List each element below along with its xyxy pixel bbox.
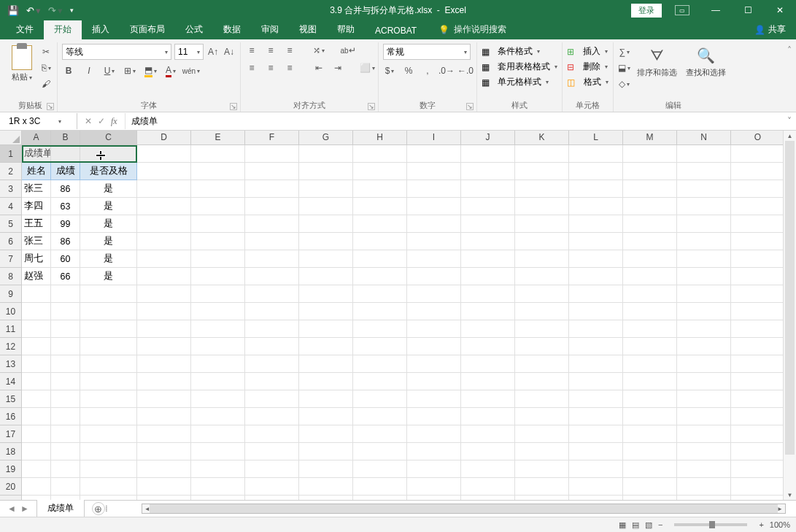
cell-O13[interactable] bbox=[731, 355, 785, 373]
cell-F11[interactable] bbox=[245, 320, 299, 338]
cell-J14[interactable] bbox=[461, 373, 515, 390]
cell-C4[interactable]: 是 bbox=[80, 198, 137, 215]
cell-O7[interactable] bbox=[731, 250, 785, 268]
cell-D12[interactable] bbox=[137, 338, 191, 355]
close-button[interactable]: ✕ bbox=[764, 0, 796, 20]
cell-M8[interactable] bbox=[623, 268, 677, 285]
dialog-launcher-icon[interactable]: ↘ bbox=[466, 103, 474, 110]
col-header-A[interactable]: A bbox=[22, 131, 51, 144]
cell-L17[interactable] bbox=[569, 425, 623, 443]
autosum-icon[interactable]: ∑▾ bbox=[618, 45, 631, 58]
cell-H1[interactable] bbox=[353, 145, 407, 163]
worksheet-grid[interactable]: A B C D E F G H I J K L M N O 1成绩单2姓名成绩是… bbox=[0, 131, 796, 500]
cell-F13[interactable] bbox=[245, 355, 299, 373]
cell-A5[interactable]: 王五 bbox=[22, 215, 51, 233]
cell-C8[interactable]: 是 bbox=[80, 268, 137, 285]
cell-G17[interactable] bbox=[299, 425, 353, 443]
cell-J18[interactable] bbox=[461, 443, 515, 460]
cell-F5[interactable] bbox=[245, 215, 299, 233]
increase-decimal-icon[interactable]: .0→ bbox=[440, 64, 453, 77]
name-box-input[interactable] bbox=[4, 116, 57, 126]
cell-N16[interactable] bbox=[677, 408, 731, 425]
bold-button[interactable]: B bbox=[62, 64, 75, 77]
cell-E6[interactable] bbox=[191, 233, 245, 250]
cell-D6[interactable] bbox=[137, 233, 191, 250]
cell-L20[interactable] bbox=[569, 478, 623, 496]
cell-F8[interactable] bbox=[245, 268, 299, 285]
cell-I20[interactable] bbox=[407, 478, 461, 496]
cell-J11[interactable] bbox=[461, 320, 515, 338]
cell-H14[interactable] bbox=[353, 373, 407, 390]
align-middle-icon[interactable]: ≡ bbox=[264, 44, 277, 57]
cell-A6[interactable]: 张三 bbox=[22, 233, 51, 250]
cell-M3[interactable] bbox=[623, 180, 677, 198]
col-header-N[interactable]: N bbox=[677, 131, 731, 144]
cell-D4[interactable] bbox=[137, 198, 191, 215]
cell-C19[interactable] bbox=[80, 460, 137, 478]
cell-J9[interactable] bbox=[461, 285, 515, 303]
cell-L12[interactable] bbox=[569, 338, 623, 355]
cell-M13[interactable] bbox=[623, 355, 677, 373]
cell-F17[interactable] bbox=[245, 425, 299, 443]
share-button[interactable]: 👤共享 bbox=[744, 20, 796, 39]
cell-D16[interactable] bbox=[137, 408, 191, 425]
tab-help[interactable]: 帮助 bbox=[327, 20, 365, 39]
delete-cells-button[interactable]: ⊟ 删除▾ bbox=[567, 61, 607, 73]
cell-B11[interactable] bbox=[51, 320, 80, 338]
cell-E20[interactable] bbox=[191, 478, 245, 496]
cell-J5[interactable] bbox=[461, 215, 515, 233]
login-button[interactable]: 登录 bbox=[631, 4, 662, 18]
cell-J2[interactable] bbox=[461, 163, 515, 180]
format-as-table-button[interactable]: ▦ 套用表格格式▾ bbox=[482, 61, 557, 73]
clear-icon[interactable]: ◇▾ bbox=[618, 77, 631, 90]
dialog-launcher-icon[interactable]: ↘ bbox=[230, 103, 237, 110]
qat-more-icon[interactable]: ▾ bbox=[70, 7, 74, 14]
cell-J12[interactable] bbox=[461, 338, 515, 355]
cell-C20[interactable] bbox=[80, 478, 137, 496]
cell-J13[interactable] bbox=[461, 355, 515, 373]
cell-H13[interactable] bbox=[353, 355, 407, 373]
cell-E7[interactable] bbox=[191, 250, 245, 268]
cell-C16[interactable] bbox=[80, 408, 137, 425]
new-sheet-button[interactable]: ⊕ bbox=[92, 502, 105, 515]
row-header[interactable]: 20 bbox=[0, 478, 22, 496]
cell-K20[interactable] bbox=[515, 478, 569, 496]
cell-H2[interactable] bbox=[353, 163, 407, 180]
sheet-tab-active[interactable]: 成绩单 bbox=[36, 500, 85, 518]
cell-K2[interactable] bbox=[515, 163, 569, 180]
cell-B3[interactable]: 86 bbox=[51, 180, 80, 198]
cell-M14[interactable] bbox=[623, 373, 677, 390]
cell-N10[interactable] bbox=[677, 303, 731, 320]
cell-H15[interactable] bbox=[353, 390, 407, 408]
conditional-formatting-button[interactable]: ▦ 条件格式▾ bbox=[482, 45, 540, 58]
zoom-slider[interactable] bbox=[674, 523, 747, 526]
cell-H6[interactable] bbox=[353, 233, 407, 250]
decrease-decimal-icon[interactable]: ←.0 bbox=[459, 64, 472, 77]
cell-D8[interactable] bbox=[137, 268, 191, 285]
cell-O10[interactable] bbox=[731, 303, 785, 320]
cell-O11[interactable] bbox=[731, 320, 785, 338]
cell-E14[interactable] bbox=[191, 373, 245, 390]
cell-G12[interactable] bbox=[299, 338, 353, 355]
maximize-button[interactable]: ☐ bbox=[732, 0, 764, 20]
cell-H4[interactable] bbox=[353, 198, 407, 215]
cell-B16[interactable] bbox=[51, 408, 80, 425]
cell-J15[interactable] bbox=[461, 390, 515, 408]
row-header[interactable]: 5 bbox=[0, 215, 22, 233]
cell-N6[interactable] bbox=[677, 233, 731, 250]
cell-H16[interactable] bbox=[353, 408, 407, 425]
cell-K19[interactable] bbox=[515, 460, 569, 478]
row-header[interactable]: 2 bbox=[0, 163, 22, 180]
cell-K3[interactable] bbox=[515, 180, 569, 198]
save-icon[interactable]: 💾 bbox=[7, 5, 19, 16]
cell-K10[interactable] bbox=[515, 303, 569, 320]
cell-O6[interactable] bbox=[731, 233, 785, 250]
cell-O1[interactable] bbox=[731, 145, 785, 163]
align-top-icon[interactable]: ≡ bbox=[245, 44, 258, 57]
cell-B13[interactable] bbox=[51, 355, 80, 373]
cell-M1[interactable] bbox=[623, 145, 677, 163]
cell-N11[interactable] bbox=[677, 320, 731, 338]
row-header[interactable]: 19 bbox=[0, 460, 22, 478]
phonetic-icon[interactable]: wén▾ bbox=[185, 64, 198, 77]
col-header-C[interactable]: C bbox=[80, 131, 137, 144]
